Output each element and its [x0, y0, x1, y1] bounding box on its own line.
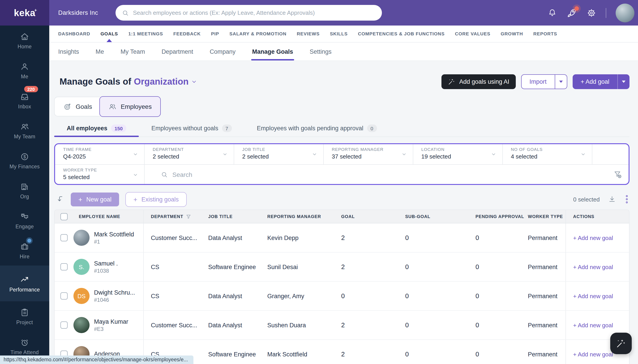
- nav-core-values[interactable]: CORE VALUES: [455, 26, 490, 42]
- subnav-me[interactable]: Me: [96, 42, 104, 60]
- home-icon: [20, 32, 30, 42]
- settings-gear-icon[interactable]: [586, 8, 596, 18]
- add-goal-button[interactable]: + Add goal: [573, 74, 630, 89]
- row-checkbox[interactable]: [60, 234, 68, 241]
- more-options-kebab-icon[interactable]: [624, 194, 630, 204]
- user-avatar[interactable]: [616, 3, 634, 22]
- new-goal-button[interactable]: + New goal: [71, 192, 119, 206]
- cell-goal: 2: [334, 322, 398, 329]
- department-filter-icon[interactable]: [186, 214, 192, 219]
- avatar: DS: [74, 288, 90, 304]
- team-icon: [20, 122, 30, 132]
- nav-growth[interactable]: GROWTH: [500, 26, 523, 42]
- row-checkbox[interactable]: [60, 322, 68, 329]
- sidebar-item-my-finances[interactable]: $ My Finances: [0, 146, 49, 176]
- subnav-my-team[interactable]: My Team: [121, 42, 145, 60]
- filter-department[interactable]: DEPARTMENT 2 selected: [144, 144, 234, 164]
- col-department: DEPARTMENT: [144, 214, 201, 219]
- employee-name[interactable]: Mark Scottfield: [94, 231, 134, 238]
- nav-pip[interactable]: PIP: [211, 26, 219, 42]
- add-goal-dropdown-caret[interactable]: [618, 74, 630, 89]
- employee-search-input[interactable]: [172, 171, 609, 178]
- add-new-goal-link[interactable]: + Add new goal: [573, 351, 613, 358]
- nav-dashboard[interactable]: DASHBOARD: [58, 26, 90, 42]
- nav-reviews[interactable]: REVIEWS: [297, 26, 320, 42]
- employee-name[interactable]: Dwight Schru...: [94, 289, 135, 296]
- nav-goals[interactable]: GOALS: [100, 26, 118, 42]
- add-new-goal-link[interactable]: + Add new goal: [573, 292, 613, 299]
- employee-name[interactable]: Maya Kumar: [94, 318, 128, 325]
- existing-goals-button[interactable]: + Existing goals: [125, 192, 187, 206]
- topbar-icons: [548, 3, 634, 22]
- import-button[interactable]: Import: [521, 74, 567, 89]
- sidebar-item-hire[interactable]: Hire: [0, 236, 49, 266]
- add-new-goal-link[interactable]: + Add new goal: [573, 234, 613, 241]
- filter-no-of-goals[interactable]: NO OF GOALS 4 selected: [503, 144, 592, 164]
- add-new-goal-link[interactable]: + Add new goal: [573, 264, 613, 270]
- global-search-input[interactable]: [133, 10, 376, 16]
- add-goals-ai-button[interactable]: Add goals using AI: [441, 74, 516, 89]
- sidebar-item-my-team[interactable]: My Team: [0, 116, 49, 146]
- download-icon[interactable]: [608, 195, 616, 203]
- tab-employees-without-goals[interactable]: Employees without goals 7: [139, 124, 244, 136]
- toggle-goals[interactable]: Goals: [54, 97, 100, 116]
- filter-time-frame[interactable]: TIME FRAME Q4-2025: [55, 144, 144, 164]
- cell-reporting-manager: Sunil Desai: [260, 264, 334, 270]
- employee-id: #E3: [94, 326, 128, 332]
- sidebar-item-org[interactable]: Org: [0, 176, 49, 206]
- whats-new-rocket-icon[interactable]: [566, 8, 577, 18]
- scope-selector[interactable]: Organization: [134, 76, 198, 87]
- person-icon: [20, 62, 30, 72]
- toggle-employees[interactable]: Employees: [99, 96, 161, 117]
- filter-job-title[interactable]: JOB TITLE 2 selected: [234, 144, 324, 164]
- cell-sub-goal: 0: [398, 292, 468, 300]
- subnav-manage-goals[interactable]: Manage Goals: [252, 42, 293, 60]
- sidebar-item-inbox[interactable]: Inbox 220: [0, 86, 49, 116]
- sidebar-item-project[interactable]: Project: [0, 301, 49, 331]
- ai-wand-icon: [616, 338, 626, 349]
- subnav-company[interactable]: Company: [210, 42, 236, 60]
- briefcase-icon: [20, 242, 30, 252]
- performance-trend-icon: [20, 275, 30, 284]
- subnav-settings[interactable]: Settings: [310, 42, 332, 60]
- tab-employees-pending-approval[interactable]: Employees with goals pending approval 0: [244, 124, 389, 136]
- add-new-goal-link[interactable]: + Add new goal: [573, 322, 613, 328]
- employee-name[interactable]: Samuel .: [94, 260, 118, 266]
- engage-chat-icon: [20, 212, 30, 222]
- select-all-checkbox[interactable]: [60, 213, 68, 220]
- cell-reporting-manager: Sushen Duara: [260, 322, 334, 328]
- employees-icon: [108, 102, 117, 111]
- row-checkbox[interactable]: [60, 263, 68, 270]
- ai-assistant-floating-button[interactable]: [610, 333, 632, 354]
- import-dropdown-caret[interactable]: [555, 75, 567, 89]
- nav-salary-promotion[interactable]: SALARY & PROMOTION: [230, 26, 286, 42]
- nav-feedback[interactable]: FEEDBACK: [173, 26, 200, 42]
- filter-worker-type[interactable]: WORKER TYPE 5 selected: [55, 165, 144, 184]
- nav-1-1-meetings[interactable]: 1:1 MEETINGS: [128, 26, 163, 42]
- topbar: keka Darksiders Inc: [0, 0, 638, 26]
- sidebar-item-engage[interactable]: Engage: [0, 206, 49, 236]
- cell-job-title: Software Enginee: [201, 264, 260, 270]
- row-checkbox[interactable]: [60, 292, 68, 300]
- sidebar-item-me[interactable]: Me: [0, 56, 49, 86]
- global-search[interactable]: [116, 5, 382, 20]
- clear-filters-icon[interactable]: [614, 170, 622, 179]
- cell-goal: 2: [334, 263, 398, 270]
- keka-logo[interactable]: keka: [0, 0, 49, 26]
- search-icon: [122, 9, 129, 16]
- nav-skills[interactable]: SKILLS: [330, 26, 348, 42]
- content: Manage Goals of Organization Add goals u…: [49, 61, 638, 364]
- sidebar-item-performance[interactable]: Performance: [0, 266, 49, 301]
- filter-reporting-manager[interactable]: REPORTING MANAGER 37 selected: [324, 144, 413, 164]
- filter-location[interactable]: LOCATION 19 selected: [413, 144, 503, 164]
- nav-competencies[interactable]: COMPETENCIES & JOB FUNCTIONS: [358, 26, 444, 42]
- employee-search[interactable]: [144, 165, 628, 184]
- subnav-department[interactable]: Department: [162, 42, 193, 60]
- notifications-bell-icon[interactable]: [548, 8, 557, 18]
- sort-icon[interactable]: [57, 195, 65, 204]
- sidebar-item-home[interactable]: Home: [0, 26, 49, 56]
- subnav-insights[interactable]: Insights: [58, 42, 79, 60]
- nav-reports[interactable]: REPORTS: [533, 26, 557, 42]
- tab-all-employees[interactable]: All employees 150: [54, 124, 139, 136]
- building-icon: [20, 182, 30, 192]
